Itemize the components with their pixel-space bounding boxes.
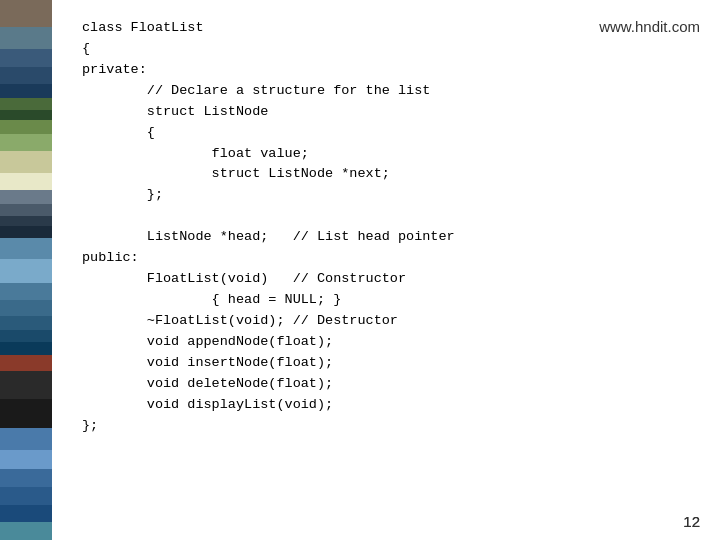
strip-segment xyxy=(0,469,52,487)
color-strip xyxy=(0,0,52,540)
strip-segment xyxy=(0,49,52,67)
strip-segment xyxy=(0,151,52,173)
strip-segment xyxy=(0,204,52,216)
strip-segment xyxy=(0,226,52,238)
class-header: class FloatList xyxy=(82,18,204,39)
page-number: 12 xyxy=(683,513,700,530)
website-url: www.hndit.com xyxy=(579,18,700,35)
strip-segment xyxy=(0,67,52,85)
strip-segment xyxy=(0,428,52,450)
strip-segment xyxy=(0,371,52,398)
strip-segment xyxy=(0,110,52,120)
strip-segment xyxy=(0,505,52,523)
strip-segment xyxy=(0,259,52,283)
strip-segment xyxy=(0,190,52,204)
strip-segment xyxy=(0,355,52,371)
strip-segment xyxy=(0,27,52,49)
strip-segment xyxy=(0,300,52,316)
strip-segment xyxy=(0,342,52,356)
strip-segment xyxy=(0,0,52,27)
strip-segment xyxy=(0,238,52,260)
strip-segment xyxy=(0,98,52,110)
strip-segment xyxy=(0,330,52,342)
strip-segment xyxy=(0,216,52,226)
main-content: class FloatListwww.hndit.com{ private: /… xyxy=(52,0,720,540)
code-rest: { private: // Declare a structure for th… xyxy=(82,39,700,437)
header-row: class FloatListwww.hndit.com xyxy=(82,18,700,39)
strip-segment xyxy=(0,450,52,470)
strip-segment xyxy=(0,487,52,505)
strip-segment xyxy=(0,522,52,540)
strip-segment xyxy=(0,134,52,152)
strip-segment xyxy=(0,84,52,98)
strip-segment xyxy=(0,120,52,134)
strip-segment xyxy=(0,173,52,191)
strip-segment xyxy=(0,283,52,301)
strip-segment xyxy=(0,316,52,330)
strip-segment xyxy=(0,399,52,428)
